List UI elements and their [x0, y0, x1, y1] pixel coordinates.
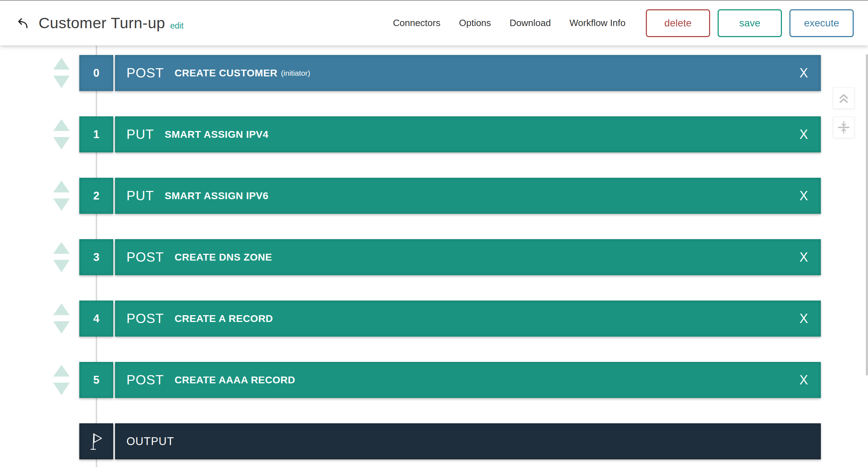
remove-step-button[interactable]: X [799, 67, 808, 80]
remove-step-button[interactable]: X [799, 128, 808, 141]
reorder-arrows [53, 362, 70, 398]
move-down-arrow[interactable] [53, 383, 70, 395]
workflow-step-0: 0 POST CREATE CUSTOMER (initiator) X [53, 55, 821, 91]
back-button[interactable] [13, 14, 31, 33]
step-bar[interactable]: POST CREATE CUSTOMER (initiator) X [115, 55, 821, 91]
move-down-arrow[interactable] [53, 321, 70, 334]
workflow-step-4: 4 POST CREATE A RECORD X [53, 301, 821, 337]
step-index-badge: 4 [79, 301, 113, 337]
reorder-arrows [53, 301, 70, 337]
step-label: SMART ASSIGN IPV6 [165, 190, 269, 202]
reorder-arrows [53, 178, 70, 214]
step-method: PUT [126, 127, 154, 142]
step-index-badge: 1 [79, 116, 113, 152]
output-flag-badge [79, 423, 113, 459]
move-down-arrow[interactable] [53, 76, 70, 88]
edit-link[interactable]: edit [170, 21, 184, 31]
step-label: SMART ASSIGN IPV4 [165, 129, 269, 140]
reorder-arrows [53, 55, 70, 91]
scrollbar-thumb[interactable] [866, 54, 868, 375]
page-title: Customer Turn-up [39, 14, 165, 32]
reorder-arrows [53, 239, 70, 275]
header-nav: Connectors Options Download Workflow Inf… [393, 1, 625, 45]
step-index-badge: 0 [79, 55, 113, 91]
step-suffix: (initiator) [281, 69, 310, 77]
step-bar[interactable]: PUT SMART ASSIGN IPV6 X [115, 178, 821, 214]
workflow-output-row: OUTPUT [53, 423, 821, 459]
step-method: PUT [126, 188, 154, 203]
nav-item-connectors[interactable]: Connectors [393, 17, 440, 29]
remove-step-button[interactable]: X [799, 251, 808, 264]
workflow-step-1: 1 PUT SMART ASSIGN IPV4 X [53, 116, 821, 152]
save-button[interactable]: save [718, 9, 782, 37]
move-down-arrow[interactable] [53, 260, 70, 272]
step-method: POST [126, 66, 164, 81]
step-bar[interactable]: POST CREATE DNS ZONE X [115, 239, 821, 275]
workflow-steps: 0 POST CREATE CUSTOMER (initiator) X 1 P… [53, 55, 821, 469]
nav-item-workflow-info[interactable]: Workflow Info [569, 17, 625, 29]
output-bar[interactable]: OUTPUT [115, 423, 821, 459]
scroll-to-top-button[interactable] [833, 87, 854, 109]
nav-item-options[interactable]: Options [459, 17, 491, 29]
remove-step-button[interactable]: X [799, 374, 808, 387]
reorder-arrows [53, 116, 70, 152]
header: Customer Turn-up edit Connectors Options… [0, 1, 868, 45]
move-up-arrow[interactable] [53, 242, 70, 254]
move-up-arrow[interactable] [53, 365, 70, 377]
step-label: CREATE AAAA RECORD [175, 374, 295, 386]
step-method: POST [126, 373, 164, 388]
step-index-badge: 5 [79, 362, 113, 398]
back-arrow-icon [14, 15, 30, 32]
step-label: CREATE A RECORD [175, 313, 273, 324]
remove-step-button[interactable]: X [799, 190, 808, 202]
step-index-badge: 3 [79, 239, 113, 275]
collapse-vertical-icon [837, 120, 851, 135]
step-bar[interactable]: POST CREATE AAAA RECORD X [115, 362, 821, 398]
output-label: OUTPUT [126, 435, 174, 448]
header-actions: delete save execute [646, 1, 854, 45]
step-method: POST [126, 311, 164, 326]
move-down-arrow[interactable] [53, 137, 70, 150]
step-bar[interactable]: POST CREATE A RECORD X [115, 301, 821, 337]
double-chevron-up-icon [837, 91, 851, 105]
step-bar[interactable]: PUT SMART ASSIGN IPV4 X [115, 116, 821, 152]
step-index-badge: 2 [79, 178, 113, 214]
step-label: CREATE CUSTOMER [175, 67, 278, 79]
step-method: POST [126, 250, 164, 265]
remove-step-button[interactable]: X [799, 312, 808, 325]
collapse-steps-button[interactable] [833, 117, 854, 138]
reorder-arrows-spacer [53, 423, 70, 459]
move-up-arrow[interactable] [53, 181, 70, 192]
workflow-step-3: 3 POST CREATE DNS ZONE X [53, 239, 821, 275]
nav-item-download[interactable]: Download [510, 17, 551, 29]
workflow-step-2: 2 PUT SMART ASSIGN IPV6 X [53, 178, 821, 214]
move-up-arrow[interactable] [53, 119, 70, 131]
step-label: CREATE DNS ZONE [175, 252, 272, 263]
delete-button[interactable]: delete [646, 9, 710, 37]
workflow-step-5: 5 POST CREATE AAAA RECORD X [53, 362, 821, 398]
move-up-arrow[interactable] [53, 58, 70, 70]
move-up-arrow[interactable] [53, 303, 70, 315]
execute-button[interactable]: execute [789, 9, 854, 37]
output-flag-icon [89, 432, 104, 451]
move-down-arrow[interactable] [53, 198, 70, 211]
